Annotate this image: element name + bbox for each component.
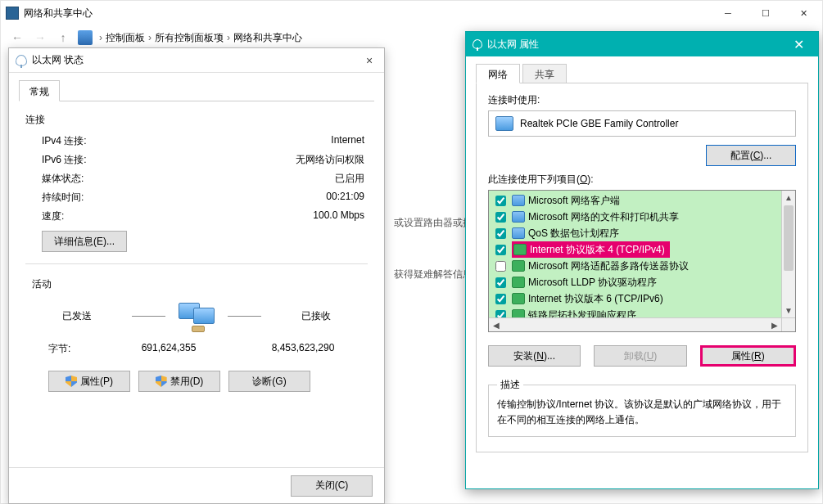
item-label: Microsoft 网络的文件和打印机共享: [528, 210, 679, 224]
explorer-titlebar[interactable]: 网络和共享中心 ─ ☐ ✕: [1, 1, 822, 25]
breadcrumb-item[interactable]: 所有控制面板项: [155, 31, 224, 45]
ethernet-properties-dialog: 以太网 属性 ✕ 网络 共享 连接时使用: Realtek PCIe GBE F…: [465, 31, 819, 489]
list-item[interactable]: QoS 数据包计划程序: [489, 225, 781, 241]
nav-up-icon[interactable]: ↑: [55, 31, 71, 44]
list-item[interactable]: Microsoft 网络客户端: [489, 192, 781, 209]
section-activity: 活动: [32, 277, 361, 291]
speed-value: 100.0 Mbps: [233, 209, 364, 223]
network-items-list[interactable]: Microsoft 网络客户端Microsoft 网络的文件和打印机共享QoS …: [488, 190, 796, 332]
network-activity-icon: [175, 299, 217, 332]
bytes-received-value: 8,453,623,290: [248, 342, 358, 356]
client-icon: [512, 211, 525, 223]
client-icon: [512, 195, 525, 206]
item-checkbox[interactable]: [495, 245, 506, 255]
adapter-box[interactable]: Realtek PCIe GBE Family Controller: [488, 110, 796, 137]
properties-button[interactable]: 属性(P): [48, 371, 130, 392]
minimize-button[interactable]: ─: [709, 1, 747, 25]
bytes-sent-value: 691,624,355: [114, 342, 224, 356]
install-button[interactable]: 安装(N)...: [488, 345, 581, 367]
protocol-icon: [512, 260, 525, 272]
shield-icon: [156, 376, 167, 387]
properties-titlebar[interactable]: 以太网 属性 ✕: [466, 32, 818, 56]
tab-general[interactable]: 常规: [19, 80, 60, 101]
explorer-title: 网络和共享中心: [24, 7, 709, 20]
status-titlebar[interactable]: 以太网 状态 ×: [9, 48, 384, 73]
list-item[interactable]: Microsoft 网络的文件和打印机共享: [489, 209, 781, 225]
item-checkbox[interactable]: [495, 277, 506, 288]
nav-forward-icon: →: [32, 31, 48, 44]
vertical-scrollbar[interactable]: ▲ ▼: [781, 191, 795, 331]
item-label: Microsoft 网络客户端: [528, 194, 620, 208]
network-center-icon: [6, 7, 19, 20]
divider: [25, 263, 368, 264]
close-icon[interactable]: ×: [358, 54, 381, 67]
protocol-icon: [512, 293, 525, 304]
maximize-button[interactable]: ☐: [747, 1, 785, 25]
scroll-up-icon[interactable]: ▲: [782, 191, 795, 205]
activity-line: [132, 316, 165, 317]
diagnose-button[interactable]: 诊断(G): [228, 371, 310, 392]
list-item[interactable]: Internet 协议版本 6 (TCP/IPv6): [489, 290, 781, 307]
shield-icon: [66, 376, 77, 387]
disable-button[interactable]: 禁用(D): [138, 371, 220, 392]
breadcrumb-item[interactable]: 控制面板: [106, 31, 145, 45]
duration-value: 00:21:09: [233, 191, 364, 205]
item-label: Microsoft LLDP 协议驱动程序: [528, 276, 657, 290]
configure-button[interactable]: 配置(C)...: [706, 145, 796, 166]
scroll-right-icon[interactable]: ▶: [767, 321, 781, 330]
item-checkbox[interactable]: [495, 294, 506, 304]
ethernet-status-dialog: 以太网 状态 × 常规 连接 IPv4 连接:Internet IPv6 连接:…: [8, 47, 385, 504]
duration-label: 持续时间:: [42, 191, 233, 205]
client-icon: [512, 227, 525, 239]
description-text: 传输控制协议/Internet 协议。该协议是默认的广域网络协议，用于在不同的相…: [497, 397, 787, 428]
item-checkbox[interactable]: [495, 228, 506, 239]
breadcrumb-item[interactable]: 网络和共享中心: [233, 31, 302, 45]
scrollbar-corner: [781, 317, 795, 331]
description-group: 描述 传输控制协议/Internet 协议。该协议是默认的广域网络协议，用于在不…: [488, 378, 796, 437]
ipv4-value: Internet: [233, 134, 364, 148]
media-state-value: 已启用: [233, 172, 364, 186]
bytes-label: 字节:: [48, 342, 114, 356]
tab-network[interactable]: 网络: [476, 64, 520, 83]
breadcrumb[interactable]: › 控制面板 › 所有控制面板项 › 网络和共享中心: [99, 31, 302, 45]
adapter-icon: [495, 116, 513, 131]
scroll-down-icon[interactable]: ▼: [782, 304, 795, 317]
ipv4-label: IPv4 连接:: [42, 134, 233, 148]
tab-sharing[interactable]: 共享: [522, 64, 567, 83]
ethernet-icon: [473, 39, 482, 49]
following-items-label: 此连接使用下列项目(O):: [488, 173, 796, 187]
item-label: Internet 协议版本 6 (TCP/IPv6): [528, 292, 663, 306]
list-item-selected[interactable]: Internet 协议版本 4 (TCP/IPv4): [489, 241, 781, 258]
item-label: Internet 协议版本 4 (TCP/IPv4): [530, 243, 665, 257]
close-icon[interactable]: ✕: [782, 37, 815, 52]
list-item[interactable]: Microsoft LLDP 协议驱动程序: [489, 274, 781, 290]
section-connection: 连接: [25, 113, 368, 127]
connect-using-label: 连接时使用:: [488, 93, 796, 107]
speed-label: 速度:: [42, 209, 233, 223]
nav-back-icon[interactable]: ←: [9, 31, 25, 44]
item-properties-button[interactable]: 属性(R): [700, 345, 796, 367]
sent-label: 已发送: [32, 309, 122, 323]
ipv6-label: IPv6 连接:: [42, 153, 233, 167]
item-checkbox[interactable]: [495, 261, 506, 272]
activity-line: [228, 316, 261, 317]
uninstall-button: 卸载(U): [594, 345, 686, 367]
adapter-name: Realtek PCIe GBE Family Controller: [520, 118, 678, 129]
item-checkbox[interactable]: [495, 196, 506, 206]
properties-title: 以太网 属性: [487, 38, 539, 52]
status-title: 以太网 状态: [32, 53, 84, 67]
horizontal-scrollbar[interactable]: ◀ ▶: [489, 317, 781, 331]
description-legend: 描述: [497, 378, 523, 392]
close-button[interactable]: 关闭(C): [291, 475, 373, 497]
close-button[interactable]: ✕: [785, 1, 822, 25]
protocol-icon: [512, 277, 525, 288]
ipv6-value: 无网络访问权限: [233, 153, 364, 167]
item-label: QoS 数据包计划程序: [528, 227, 619, 241]
scrollbar-thumb[interactable]: [784, 205, 794, 271]
item-checkbox[interactable]: [495, 212, 506, 223]
received-label: 已接收: [271, 309, 361, 323]
protocol-icon: [513, 244, 527, 255]
details-button[interactable]: 详细信息(E)...: [42, 231, 127, 252]
list-item[interactable]: Microsoft 网络适配器多路传送器协议: [489, 258, 781, 274]
scroll-left-icon[interactable]: ◀: [489, 321, 503, 330]
